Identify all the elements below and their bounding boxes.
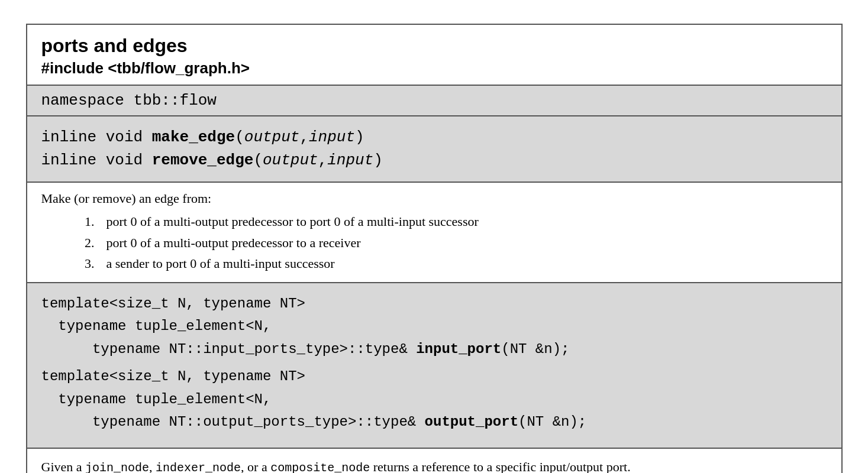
footer-section: Given a join_node, indexer_node, or a co… xyxy=(27,449,841,473)
signature-section: inline void make_edge(output,input) inli… xyxy=(27,116,841,183)
template-line-2a: template<size_t N, typename NT> xyxy=(41,365,827,388)
page-title: ports and edges xyxy=(41,34,827,57)
include-line: #include <tbb/flow_graph.h> xyxy=(41,59,827,77)
list-text-2: port 0 of a multi-output predecessor to … xyxy=(107,232,361,253)
template-line-2b: typename tuple_element<N, xyxy=(41,388,827,411)
list-num-1: 1. xyxy=(77,211,95,232)
template-section: template<size_t N, typename NT> typename… xyxy=(27,283,841,449)
list-item: 3. a sender to port 0 of a multi-input s… xyxy=(77,253,827,274)
list-item: 1. port 0 of a multi-output predecessor … xyxy=(77,211,827,232)
template-output-port: template<size_t N, typename NT> typename… xyxy=(41,365,827,433)
list-text-3: a sender to port 0 of a multi-input succ… xyxy=(107,253,335,274)
list-num-3: 3. xyxy=(77,253,95,274)
namespace-section: namespace tbb::flow xyxy=(27,86,841,116)
code-indexer-node: indexer_node xyxy=(156,461,241,473)
namespace-text: namespace tbb::flow xyxy=(41,92,217,109)
footer-text: Given a join_node, indexer_node, or a co… xyxy=(41,457,827,473)
list-num-2: 2. xyxy=(77,232,95,253)
list-item: 2. port 0 of a multi-output predecessor … xyxy=(77,232,827,253)
description-section: Make (or remove) an edge from: 1. port 0… xyxy=(27,183,841,283)
template-input-port: template<size_t N, typename NT> typename… xyxy=(41,293,827,361)
signature-remove-edge: inline void remove_edge(output,input) xyxy=(41,149,827,172)
code-composite-node: composite_node xyxy=(270,461,370,473)
code-join-node: join_node xyxy=(85,461,149,473)
template-line-2c: typename NT::output_ports_type>::type& o… xyxy=(41,411,827,433)
template-line-1a: template<size_t N, typename NT> xyxy=(41,293,827,315)
signature-make-edge: inline void make_edge(output,input) xyxy=(41,126,827,149)
description-intro: Make (or remove) an edge from: xyxy=(41,191,827,206)
template-line-1b: typename tuple_element<N, xyxy=(41,315,827,338)
list-text-1: port 0 of a multi-output predecessor to … xyxy=(107,211,479,232)
doc-container: ports and edges #include <tbb/flow_graph… xyxy=(26,24,843,473)
template-line-1c: typename NT::input_ports_type>::type& in… xyxy=(41,338,827,361)
header-section: ports and edges #include <tbb/flow_graph… xyxy=(27,25,841,86)
description-list: 1. port 0 of a multi-output predecessor … xyxy=(41,211,827,274)
